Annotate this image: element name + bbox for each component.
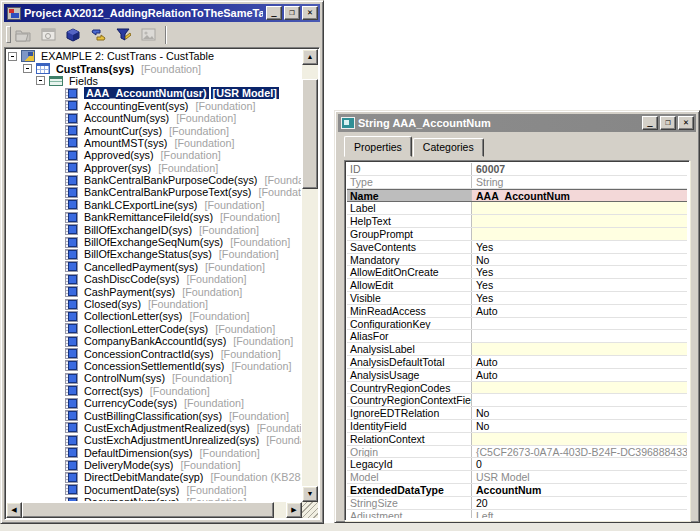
tree-item[interactable]: DocumentNum(sys) [Foundation] xyxy=(7,496,301,501)
scroll-up-button[interactable]: ▲ xyxy=(302,49,318,65)
scroll-left-button[interactable]: ◀ xyxy=(6,502,22,518)
tree-item[interactable]: CancelledPayment(sys) [Foundation] xyxy=(7,261,301,273)
tree-item[interactable]: BankLCExportLine(sys) [Foundation] xyxy=(7,199,301,211)
property-name: CountryRegionCodes xyxy=(347,382,472,394)
property-name: AnalysisDefaultTotal xyxy=(347,356,472,368)
tree-item[interactable]: AmountMST(sys) [Foundation] xyxy=(7,137,301,149)
minimize-button[interactable]: _ xyxy=(642,116,658,130)
tree-item[interactable]: BankRemittanceFileId(sys) [Foundation] xyxy=(7,211,301,223)
tree-item[interactable]: BillOfExchangeStatus(sys) [Foundation] xyxy=(7,248,301,260)
expander-icon[interactable] xyxy=(23,64,32,73)
tree-item[interactable]: CurrencyCode(sys) [Foundation] xyxy=(7,397,301,409)
property-value[interactable] xyxy=(472,228,687,240)
property-value[interactable]: No xyxy=(472,407,687,419)
node-suffix: [Foundation] xyxy=(167,125,231,137)
tree-item[interactable]: ConcessionSettlementId(sys) [Foundation] xyxy=(7,360,301,372)
tree-item[interactable]: ConcessionContractId(sys) [Foundation] xyxy=(7,347,301,359)
tree-item[interactable]: CustExchAdjustmentUnrealized(sys) [Found… xyxy=(7,434,301,446)
property-value[interactable]: AccountNum xyxy=(472,484,687,496)
property-value[interactable] xyxy=(472,394,687,406)
expander-icon[interactable] xyxy=(8,52,17,61)
property-value[interactable]: 20 xyxy=(472,497,687,509)
property-name: Visible xyxy=(347,292,472,304)
property-value[interactable]: Yes xyxy=(472,266,687,278)
tree-item[interactable]: DirectDebitMandate(syp) [Foundation (KB2… xyxy=(7,471,301,483)
scroll-down-button[interactable]: ▼ xyxy=(302,486,318,502)
tree-item[interactable]: CollectionLetterCode(sys) [Foundation] xyxy=(7,323,301,335)
properties-titlebar[interactable]: String AAA_AccountNum _ ❐ ✕ xyxy=(338,114,696,132)
property-value[interactable] xyxy=(472,382,687,394)
property-value[interactable]: 0 xyxy=(472,458,687,470)
tree-item[interactable]: DeliveryMode(sys) [Foundation] xyxy=(7,459,301,471)
tree-item[interactable]: CompanyBankAccountId(sys) [Foundation] xyxy=(7,335,301,347)
image-button[interactable] xyxy=(137,25,159,45)
property-value[interactable] xyxy=(472,318,687,330)
horizontal-scroll-thumb[interactable] xyxy=(22,502,274,518)
tree-horizontal-scrollbar[interactable]: ◀ ▶ xyxy=(6,502,302,518)
tree-item[interactable]: CollectionLetter(sys) [Foundation] xyxy=(7,310,301,322)
tree-item[interactable]: DocumentDate(sys) [Foundation] xyxy=(7,484,301,496)
property-value[interactable] xyxy=(472,433,687,445)
maximize-button[interactable]: ❐ xyxy=(284,6,300,20)
tree-item[interactable]: CashPayment(sys) [Foundation] xyxy=(7,285,301,297)
tree-item[interactable]: EXAMPLE 2: CustTrans - CustTable xyxy=(7,50,301,62)
field-icon xyxy=(65,336,78,347)
tree-item[interactable]: BillOfExchangeSeqNum(sys) [Foundation] xyxy=(7,236,301,248)
tree-item[interactable]: CustBillingClassification(sys) [Foundati… xyxy=(7,409,301,421)
tree-item[interactable]: AccountingEvent(sys) [Foundation] xyxy=(7,100,301,112)
property-value[interactable]: No xyxy=(472,254,687,266)
close-button[interactable]: ✕ xyxy=(678,116,694,130)
tree-item[interactable]: BankCentralBankPurposeText(sys) [Foundat… xyxy=(7,186,301,198)
property-value[interactable] xyxy=(472,215,687,227)
property-name: StringSize xyxy=(347,497,472,509)
property-value[interactable]: String xyxy=(472,176,687,188)
expander-icon[interactable] xyxy=(36,76,45,85)
property-value[interactable] xyxy=(472,330,687,342)
import-button[interactable] xyxy=(62,25,84,45)
property-value[interactable]: {C5CF2673-0A7A-403D-B24F-DC396888433B} xyxy=(472,446,687,458)
property-row: ID 60007 xyxy=(347,163,687,176)
tree-item[interactable]: Correct(sys) [Foundation] xyxy=(7,385,301,397)
resize-grip[interactable] xyxy=(302,502,318,518)
property-value[interactable]: USR Model xyxy=(472,471,687,483)
vertical-scroll-thumb[interactable] xyxy=(302,79,318,189)
tab-categories[interactable]: Categories xyxy=(413,138,484,157)
tree-item[interactable]: CustExchAdjustmentRealized(sys) [Foundat… xyxy=(7,422,301,434)
tree-item[interactable]: Fields xyxy=(7,75,301,87)
tree-item[interactable]: BankCentralBankPurposeCode(sys) [Foundat… xyxy=(7,174,301,186)
open-folder-button[interactable] xyxy=(12,25,34,45)
filter-button[interactable] xyxy=(112,25,134,45)
tree-item[interactable]: Approver(sys) [Foundation] xyxy=(7,162,301,174)
project-titlebar[interactable]: Project AX2012_AddingRelationToTheSameTa… xyxy=(4,4,320,22)
tree-item[interactable]: AmountCur(sys) [Foundation] xyxy=(7,124,301,136)
property-value[interactable]: Auto xyxy=(472,305,687,317)
tree-item[interactable]: DefaultDimension(sys) [Foundation] xyxy=(7,447,301,459)
property-value[interactable]: Yes xyxy=(472,279,687,291)
tree-item[interactable]: CustTrans(sys) [Foundation] xyxy=(7,62,301,74)
tree-item[interactable]: Approved(sys) [Foundation] xyxy=(7,149,301,161)
maximize-button[interactable]: ❐ xyxy=(660,116,676,130)
property-value[interactable] xyxy=(472,343,687,355)
property-value[interactable]: 60007 xyxy=(472,163,687,175)
tree-item[interactable]: CashDiscCode(sys) [Foundation] xyxy=(7,273,301,285)
tree-item[interactable]: Closed(sys) [Foundation] xyxy=(7,298,301,310)
scroll-right-button[interactable]: ▶ xyxy=(286,502,302,518)
property-value[interactable]: AAA_AccountNum xyxy=(472,190,687,202)
close-button[interactable]: ✕ xyxy=(302,6,318,20)
property-value[interactable]: Auto xyxy=(472,369,687,381)
tree-item[interactable]: BillOfExchangeID(sys) [Foundation] xyxy=(7,223,301,235)
property-value[interactable]: No xyxy=(472,420,687,432)
new-window-button[interactable] xyxy=(37,25,59,45)
tree-vertical-scrollbar[interactable]: ▲ ▼ xyxy=(302,49,318,502)
property-value[interactable]: Left xyxy=(472,510,687,518)
property-value[interactable]: Yes xyxy=(472,241,687,253)
property-value[interactable] xyxy=(472,202,687,214)
minimize-button[interactable]: _ xyxy=(266,6,282,20)
tab-properties[interactable]: Properties xyxy=(344,136,412,157)
tree-item[interactable]: AccountNum(sys) [Foundation] xyxy=(7,112,301,124)
tree-item[interactable]: AAA_AccountNum(usr) [USR Model] xyxy=(7,87,301,99)
tree-item[interactable]: ControlNum(sys) [Foundation] xyxy=(7,372,301,384)
export-button[interactable] xyxy=(87,25,109,45)
property-value[interactable]: Yes xyxy=(472,292,687,304)
property-value[interactable]: Auto xyxy=(472,356,687,368)
